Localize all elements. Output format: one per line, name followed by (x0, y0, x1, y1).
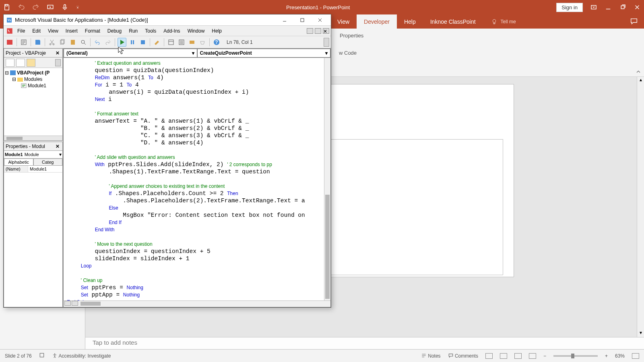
tb-project-explorer-icon[interactable] (167, 38, 175, 47)
tb-run-icon[interactable] (118, 38, 126, 47)
tb-design-icon[interactable] (153, 38, 161, 47)
comments-button[interactable]: Comments (448, 353, 478, 359)
notes-indicator-icon[interactable] (39, 352, 45, 359)
menu-insert[interactable]: Insert (62, 27, 81, 35)
comments-pane-icon[interactable] (630, 17, 638, 26)
zoom-out[interactable]: − (543, 353, 546, 359)
properties-label[interactable]: Properties (340, 33, 639, 39)
accessibility-status[interactable]: Accessibility: Investigate (52, 353, 111, 359)
code-editor[interactable]: ' Extract question and answers question … (64, 58, 324, 300)
zoom-slider[interactable] (553, 355, 598, 357)
tree-project[interactable]: VBAProject (P (17, 70, 50, 76)
restore-icon[interactable] (619, 4, 626, 11)
prop-name-value[interactable]: Module1 (28, 166, 62, 172)
slideshow-view-button[interactable] (529, 353, 536, 359)
menu-window[interactable]: Window (184, 27, 208, 35)
properties-panel-header[interactable]: Properties - Modul ✕ (4, 142, 62, 151)
vbe-minimize-button[interactable] (276, 15, 293, 25)
code-procedure-combo[interactable]: CreateQuizPowerPoint▾ (197, 49, 331, 58)
canvas-vscrollbar[interactable]: ▴ ▾ (637, 77, 644, 337)
vbe-close-button[interactable] (312, 15, 328, 25)
project-explorer-title: Project - VBAProje (6, 50, 46, 56)
pp-notes-pane[interactable]: Tap to add notes (85, 337, 644, 349)
menu-debug[interactable]: Debug (104, 27, 125, 35)
project-explorer-header[interactable]: Project - VBAProje ✕ (4, 49, 62, 58)
tb-break-icon[interactable] (128, 38, 137, 47)
tb-insert-module-icon[interactable] (19, 38, 28, 47)
menu-tools[interactable]: Tools (142, 27, 159, 35)
project-explorer-close-icon[interactable]: ✕ (54, 50, 61, 56)
save-icon[interactable] (3, 4, 10, 11)
mic-icon[interactable] (61, 4, 68, 11)
sorter-view-button[interactable] (500, 353, 507, 359)
procedure-view-icon[interactable] (64, 301, 71, 306)
full-module-view-icon[interactable] (72, 301, 78, 306)
code-object-combo[interactable]: (General)▾ (64, 49, 197, 58)
menu-file[interactable]: File (14, 27, 28, 35)
tb-view-ppt-icon[interactable] (5, 38, 14, 47)
tb-help-icon[interactable]: ? (212, 38, 221, 47)
normal-view-button[interactable] (485, 353, 493, 359)
tab-developer[interactable]: Developer (357, 14, 397, 29)
mdi-minimize[interactable] (307, 28, 313, 34)
qat-more-icon[interactable] (76, 4, 80, 11)
tree-folder-modules[interactable]: Modules (24, 76, 42, 82)
project-hscrollbar[interactable] (4, 136, 62, 140)
tab-inknoe[interactable]: Inknoe ClassPoint (423, 14, 483, 29)
toolbar-overflow[interactable] (324, 38, 329, 47)
zoom-level[interactable]: 63% (615, 353, 625, 359)
menu-view[interactable]: View (45, 27, 62, 35)
properties-object-dropdown[interactable]: ▾ (59, 152, 62, 157)
mdi-close[interactable]: ✕ (323, 28, 329, 34)
minimize-icon[interactable] (605, 4, 612, 11)
view-object-icon[interactable] (16, 59, 25, 67)
redo-icon[interactable] (32, 4, 39, 11)
tb-redo-icon[interactable] (103, 38, 112, 47)
mdi-restore[interactable] (315, 28, 321, 34)
tb-find-icon[interactable] (79, 38, 88, 47)
tb-reset-icon[interactable] (138, 38, 147, 47)
tb-copy-icon[interactable] (58, 38, 67, 47)
code-vscrollbar[interactable] (324, 58, 330, 300)
view-code-icon[interactable] (6, 59, 14, 67)
vbe-titlebar[interactable]: Microsoft Visual Basic for Applications … (4, 14, 331, 26)
menu-edit[interactable]: Edit (29, 27, 44, 35)
tb-save-icon[interactable] (33, 38, 42, 47)
toggle-folders-icon[interactable] (27, 59, 35, 67)
project-toolbar-overflow[interactable] (55, 59, 61, 66)
tab-view[interactable]: View (330, 14, 357, 29)
properties-tab-categorized[interactable]: Categ (33, 158, 63, 165)
tb-properties-icon[interactable] (177, 38, 186, 47)
collapse-ribbon-icon[interactable] (635, 69, 642, 75)
svg-rect-2 (64, 4, 66, 8)
ribbon-options-icon[interactable] (590, 4, 597, 11)
signin-button[interactable]: Sign in (556, 3, 583, 12)
properties-close-icon[interactable]: ✕ (54, 144, 61, 149)
close-icon[interactable] (634, 4, 641, 11)
tell-me[interactable]: Tell me (483, 14, 516, 29)
tab-help[interactable]: Help (397, 14, 423, 29)
tb-undo-icon[interactable] (93, 38, 102, 47)
tb-toolbox-icon[interactable] (198, 38, 207, 47)
vbe-maximize-button[interactable] (294, 15, 311, 25)
project-tree[interactable]: ⊟ VBAProject (P ⊟ Modules Module1 (4, 68, 62, 136)
menu-help[interactable]: Help (208, 27, 225, 35)
notes-button[interactable]: Notes (421, 353, 441, 359)
properties-tab-alphabetic[interactable]: Alphabetic (4, 158, 33, 165)
tb-object-browser-icon[interactable] (188, 38, 196, 47)
tb-cut-icon[interactable] (47, 38, 56, 47)
tb-paste-icon[interactable] (68, 38, 77, 47)
fit-to-window-button[interactable] (632, 353, 639, 359)
slide-indicator[interactable]: Slide 2 of 76 (5, 353, 32, 359)
start-slideshow-icon[interactable] (47, 4, 54, 11)
zoom-in[interactable]: + (605, 353, 608, 359)
vbe-system-icon[interactable] (6, 27, 13, 35)
code-hscrollbar[interactable] (80, 302, 101, 306)
undo-icon[interactable] (18, 4, 25, 11)
reading-view-button[interactable] (514, 353, 522, 359)
menu-format[interactable]: Format (82, 27, 103, 35)
tree-module1[interactable]: Module1 (28, 83, 46, 88)
view-code-label[interactable]: w Code (339, 50, 639, 56)
menu-run[interactable]: Run (126, 27, 141, 35)
menu-addins[interactable]: Add-Ins (160, 27, 183, 35)
